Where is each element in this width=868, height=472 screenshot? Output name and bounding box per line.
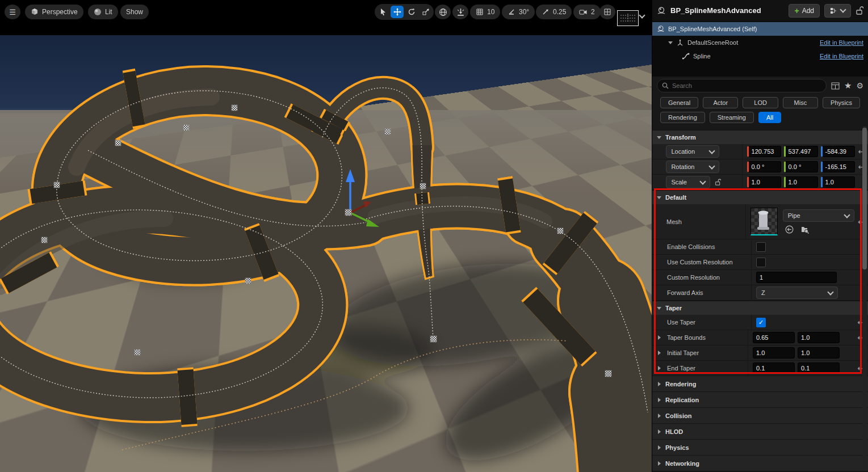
filter-rendering[interactable]: Rendering — [660, 112, 705, 123]
filter-all[interactable]: All — [758, 112, 781, 123]
search-input[interactable]: Search — [657, 79, 827, 92]
favorites-star-icon[interactable]: ★ — [844, 81, 852, 91]
section-transform[interactable]: Transform — [652, 130, 868, 144]
cube-icon — [31, 8, 39, 16]
unlock-icon[interactable] — [856, 6, 863, 15]
end-taper-y-field[interactable]: 0.1 — [798, 363, 840, 374]
expand-arrow-icon[interactable] — [658, 335, 661, 340]
filter-actor[interactable]: Actor — [703, 97, 738, 108]
camera-speed-button[interactable]: 2 — [573, 5, 601, 19]
rotation-z-field[interactable]: -165.15 — [821, 161, 855, 172]
rotation-snap-button[interactable]: 30° — [502, 5, 535, 19]
expand-arrow-icon — [658, 429, 661, 434]
world-local-space-button[interactable] — [435, 5, 451, 19]
screen-layout-preview-button[interactable] — [617, 10, 639, 26]
rotation-x-field[interactable]: 0.0 ° — [747, 161, 781, 172]
scrollbar-thumb[interactable] — [862, 128, 867, 269]
show-menu-button[interactable]: Show — [120, 5, 149, 19]
perspective-label: Perspective — [42, 8, 78, 16]
forward-axis-dropdown[interactable]: Z — [756, 286, 838, 299]
grid-icon — [476, 8, 484, 16]
section-rendering[interactable]: Rendering — [652, 376, 868, 392]
mesh-asset-dropdown[interactable]: Pipe — [783, 209, 854, 222]
viewport[interactable]: ☰ Perspective Lit Show — [0, 0, 652, 472]
settings-gear-icon[interactable]: ⚙ — [856, 81, 863, 90]
tree-item-spline[interactable]: Spline Edit in Blueprint — [652, 49, 868, 63]
scale-dropdown[interactable]: Scale — [666, 176, 710, 188]
browse-to-asset-icon[interactable] — [800, 225, 809, 234]
section-hlod[interactable]: HLOD — [652, 424, 868, 440]
filter-lod[interactable]: LOD — [743, 97, 778, 108]
lit-mode-button[interactable]: Lit — [88, 5, 118, 19]
unlock-icon[interactable] — [715, 179, 721, 186]
expand-arrow-icon[interactable] — [658, 366, 661, 370]
blueprint-graph-button[interactable] — [824, 4, 851, 18]
grid-snap-value: 10 — [487, 8, 494, 16]
scale-snap-button[interactable]: 0.25 — [536, 5, 572, 19]
expand-arrow-icon[interactable] — [668, 41, 673, 44]
scale-z-field[interactable]: 1.0 — [821, 176, 855, 188]
location-y-field[interactable]: 537.497 — [784, 146, 818, 157]
initial-taper-y-field[interactable]: 1.0 — [798, 347, 840, 359]
move-tool-button[interactable] — [391, 6, 404, 18]
chevron-down-icon[interactable] — [639, 12, 645, 18]
taper-bounds-min-field[interactable]: 0.65 — [753, 332, 795, 343]
tree-item-self[interactable]: BP_SplineMeshAdvanced (Self) — [652, 22, 868, 36]
rotate-tool-button[interactable] — [405, 6, 418, 18]
filter-physics[interactable]: Physics — [823, 97, 860, 108]
section-default[interactable]: Default — [652, 190, 868, 204]
actor-sphere-icon — [657, 6, 666, 15]
node-graph-icon — [830, 7, 838, 14]
section-replication[interactable]: Replication — [652, 392, 868, 408]
use-custom-resolution-checkbox[interactable] — [756, 258, 766, 267]
plus-icon: + — [794, 7, 799, 15]
enable-collisions-checkbox[interactable] — [756, 242, 766, 252]
location-z-field[interactable]: -584.39 — [821, 146, 855, 157]
filter-misc[interactable]: Misc — [783, 97, 818, 108]
section-networking[interactable]: Networking — [652, 456, 868, 471]
enable-collisions-label: Enable Collisions — [667, 243, 751, 250]
edit-in-blueprint-link[interactable]: Edit in Blueprint — [820, 53, 863, 60]
row-mesh: Mesh Pipe — [652, 204, 868, 239]
filter-general[interactable]: General — [660, 97, 698, 108]
use-taper-checkbox[interactable]: ✓ — [756, 318, 766, 327]
grid-snap-button[interactable]: 10 — [470, 5, 500, 19]
edit-in-blueprint-link[interactable]: Edit in Blueprint — [820, 39, 863, 46]
tree-item-spline-label: Spline — [693, 53, 711, 60]
scale-y-field[interactable]: 1.0 — [784, 176, 818, 188]
viewport-options-button[interactable]: ☰ — [5, 5, 20, 19]
tree-item-defaultsceneroot[interactable]: DefaultSceneRoot Edit in Blueprint — [652, 36, 868, 49]
location-dropdown[interactable]: Location — [666, 145, 719, 158]
use-selected-asset-icon[interactable] — [785, 225, 794, 234]
collapse-arrow-icon — [657, 136, 661, 139]
surface-snap-icon — [456, 8, 465, 16]
initial-taper-x-field[interactable]: 1.0 — [753, 347, 795, 359]
rotation-dropdown[interactable]: Rotation — [666, 161, 719, 173]
surface-snapping-button[interactable] — [452, 5, 468, 19]
display-options-icon[interactable] — [831, 82, 840, 90]
actor-sphere-icon — [657, 25, 665, 33]
scale-x-field[interactable]: 1.0 — [747, 176, 781, 188]
add-component-button[interactable]: + Add — [789, 4, 820, 18]
end-taper-x-field[interactable]: 0.1 — [753, 363, 795, 374]
section-physics[interactable]: Physics — [652, 440, 868, 456]
mesh-thumbnail[interactable] — [750, 208, 778, 235]
custom-resolution-field[interactable]: 1 — [756, 272, 837, 283]
section-collision[interactable]: Collision — [652, 408, 868, 424]
details-header: BP_SplineMeshAdvanced + Add — [652, 0, 868, 21]
row-custom-resolution: Custom Resolution 1 — [652, 270, 868, 285]
select-tool-button[interactable] — [376, 6, 389, 18]
transform-tools-group — [375, 4, 434, 20]
perspective-button[interactable]: Perspective — [25, 5, 83, 19]
section-taper[interactable]: Taper — [652, 301, 868, 315]
location-x-field[interactable]: 120.753 — [747, 146, 781, 157]
details-scrollbar[interactable] — [862, 126, 867, 471]
expand-arrow-icon[interactable] — [658, 351, 661, 355]
taper-bounds-max-field[interactable]: 1.0 — [798, 332, 840, 343]
viewport-layout-button[interactable] — [599, 5, 615, 19]
rotation-y-field[interactable]: 0.0 ° — [784, 161, 818, 172]
scale-snap-value: 0.25 — [553, 8, 566, 16]
scale-tool-button[interactable] — [419, 6, 432, 18]
camera-icon — [579, 9, 588, 16]
filter-streaming[interactable]: Streaming — [710, 112, 754, 123]
